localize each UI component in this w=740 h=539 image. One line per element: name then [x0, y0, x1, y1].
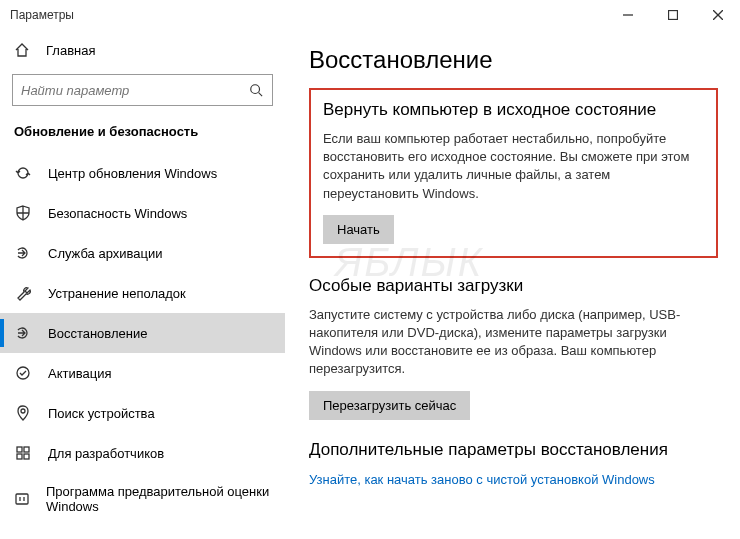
sidebar-item-troubleshoot[interactable]: Устранение неполадок [0, 273, 285, 313]
recovery-icon [14, 324, 32, 342]
svg-rect-8 [17, 447, 22, 452]
sidebar-item-windows-update[interactable]: Центр обновления Windows [0, 153, 285, 193]
nav-label: Активация [48, 366, 111, 381]
sidebar-item-windows-security[interactable]: Безопасность Windows [0, 193, 285, 233]
close-button[interactable] [695, 0, 740, 30]
reset-pc-section: Вернуть компьютер в исходное состояние Е… [309, 88, 718, 258]
sidebar-item-backup[interactable]: Служба архивации [0, 233, 285, 273]
more-options-title: Дополнительные параметры восстановления [309, 440, 718, 460]
window-title: Параметры [10, 8, 605, 22]
svg-rect-11 [24, 454, 29, 459]
nav-label: Центр обновления Windows [48, 166, 217, 181]
svg-rect-1 [668, 11, 677, 20]
svg-line-5 [259, 93, 263, 97]
wrench-icon [14, 284, 32, 302]
svg-point-4 [251, 85, 260, 94]
nav-label: Программа предварительной оценки Windows [46, 484, 271, 514]
reset-start-button[interactable]: Начать [323, 215, 394, 244]
search-input[interactable] [21, 83, 248, 98]
category-header: Обновление и безопасность [0, 118, 285, 153]
home-link[interactable]: Главная [0, 34, 285, 66]
activation-icon [14, 364, 32, 382]
main-content: Восстановление Вернуть компьютер в исход… [285, 30, 740, 539]
window-controls [605, 0, 740, 30]
search-icon [248, 82, 264, 98]
sidebar-item-recovery[interactable]: Восстановление [0, 313, 285, 353]
backup-icon [14, 244, 32, 262]
nav-label: Для разработчиков [48, 446, 164, 461]
svg-rect-12 [16, 494, 28, 504]
nav-label: Восстановление [48, 326, 147, 341]
shield-icon [14, 204, 32, 222]
svg-point-6 [17, 367, 29, 379]
nav-label: Поиск устройства [48, 406, 155, 421]
home-label: Главная [46, 43, 95, 58]
sidebar-item-insider[interactable]: Программа предварительной оценки Windows [0, 473, 285, 525]
maximize-button[interactable] [650, 0, 695, 30]
nav-label: Служба архивации [48, 246, 163, 261]
sidebar: Главная Обновление и безопасность Центр … [0, 30, 285, 539]
nav-label: Безопасность Windows [48, 206, 187, 221]
sync-icon [14, 164, 32, 182]
advanced-startup-title: Особые варианты загрузки [309, 276, 718, 296]
advanced-startup-text: Запустите систему с устройства либо диск… [309, 306, 718, 379]
nav-label: Устранение неполадок [48, 286, 186, 301]
titlebar: Параметры [0, 0, 740, 30]
svg-point-7 [21, 409, 25, 413]
sidebar-item-developers[interactable]: Для разработчиков [0, 433, 285, 473]
find-device-icon [14, 404, 32, 422]
sidebar-item-activation[interactable]: Активация [0, 353, 285, 393]
clean-install-link[interactable]: Узнайте, как начать заново с чистой уста… [309, 472, 655, 487]
svg-rect-9 [24, 447, 29, 452]
svg-rect-10 [17, 454, 22, 459]
search-box[interactable] [12, 74, 273, 106]
minimize-button[interactable] [605, 0, 650, 30]
page-title: Восстановление [309, 46, 718, 74]
advanced-startup-section: Особые варианты загрузки Запустите систе… [309, 276, 718, 420]
home-icon [14, 42, 30, 58]
sidebar-item-find-device[interactable]: Поиск устройства [0, 393, 285, 433]
more-recovery-options-section: Дополнительные параметры восстановления … [309, 440, 718, 488]
reset-title: Вернуть компьютер в исходное состояние [323, 100, 704, 120]
reset-text: Если ваш компьютер работает нестабильно,… [323, 130, 704, 203]
developer-icon [14, 444, 32, 462]
restart-now-button[interactable]: Перезагрузить сейчас [309, 391, 470, 420]
insider-icon [14, 490, 30, 508]
